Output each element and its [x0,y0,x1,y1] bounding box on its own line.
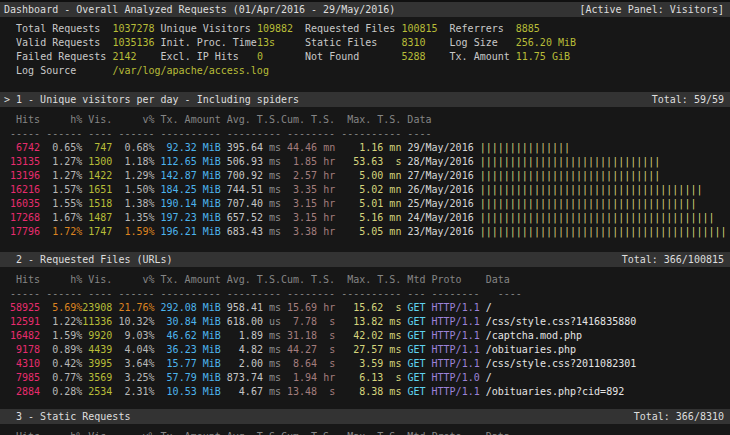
cell-max-ts: 5.00 mn [335,170,401,181]
cell-visitors: 1518 [82,198,112,209]
cell-hits: 9178 [4,344,40,355]
summary-value: 8885 [516,23,540,34]
cell-hits: 4310 [4,358,40,369]
indent [4,51,16,62]
cell-visitors-pct: 2.31% [112,386,154,397]
cell-hits: 6742 [4,142,40,153]
column-headers: Hits h% Vis. v% Tx. Amount Avg. T.S.Cum.… [4,114,431,125]
cell-visitors-pct: 21.76% [112,302,154,313]
table-row[interactable]: 4310 0.42% 3995 3.64% 15.77 MiB 2.00 ms … [4,357,730,371]
table-row[interactable]: 9178 0.89% 4439 4.04% 36.23 MiB 4.82 ms … [4,343,730,357]
column-header-row: Hits h% Vis. v% Tx. Amount Avg. T.S.Cum.… [4,273,730,287]
table-row[interactable]: 7985 0.77% 3569 3.25% 57.79 MiB 873.74 m… [4,371,730,385]
summary-label: Referrers [450,23,516,34]
table-row[interactable]: 17268 1.67% 1487 1.35% 197.23 MiB 657.52… [4,211,730,225]
summary-value: 1037278 [112,23,160,34]
cell-avg-ts-unit: ms [263,142,281,153]
cell-avg-ts: 744.51 [221,184,263,195]
cell-hits-pct: 1.72% [40,226,82,237]
cell-avg-ts-unit: ms [263,344,281,355]
cell-cum-ts: 15.69 hr [281,302,335,313]
cell-visitors: 3569 [82,372,112,383]
separator-row: ----- ------ ---- ------ ---------- ----… [4,127,730,141]
cell-avg-ts: 2.00 [221,358,263,369]
cell-avg-ts-unit: ms [263,156,281,167]
table-row[interactable]: 16482 1.59% 9920 9.03% 46.62 MiB 1.89 ms… [4,329,730,343]
cell-visitors: 1487 [82,212,112,223]
table-row[interactable]: 17796 1.72% 1747 1.59% 196.21 MiB 683.43… [4,225,730,239]
panel-title[interactable]: 2 - Requested Files (URLs) [4,252,173,267]
table-row[interactable]: 2884 0.28% 2534 2.31% 10.53 MiB 4.67 ms … [4,385,730,399]
cell-protocol: HTTP/1.1 [426,302,480,313]
table-row[interactable]: 6742 0.65% 747 0.68% 92.32 MiB 395.64 ms… [4,141,730,155]
cell-hits-pct: 1.67% [40,212,82,223]
cell-visitors-pct: 10.32% [112,316,154,327]
summary-value: 0 [257,51,305,62]
cell-avg-ts-unit: ms [263,302,281,313]
cell-max-ts: 6.13 s [335,372,401,383]
cell-protocol: HTTP/1.1 [426,386,480,397]
summary-label: Not Found [305,51,401,62]
table-row[interactable]: 58925 5.69%23908 21.76% 292.08 MiB 958.4… [4,301,730,315]
cell-hits-pct: 0.28% [40,386,82,397]
cell-hits: 13135 [4,156,40,167]
summary-label: Failed Requests [16,51,112,62]
cell-cum-ts: 2.57 hr [281,170,335,181]
cell-avg-ts: 700.92 [221,170,263,181]
cell-tx-amount: 15.77 MiB [155,358,221,369]
cell-hits-pct: 1.55% [40,198,82,209]
cell-tx-amount: 184.25 MiB [155,184,221,195]
panel-table-1: Hits h% Vis. v% Tx. Amount Avg. T.S.Cum.… [0,107,730,239]
cell-cum-ts: 1.85 hr [281,156,335,167]
cell-hits: 7985 [4,372,40,383]
cell-date: 27/May/2016 [401,170,473,181]
panel-table-3: Hits h% Vis. v% Tx. Amount Avg. T.S.Cum.… [0,424,730,435]
cell-method: GET [401,358,425,369]
cell-tx-amount: 57.79 MiB [155,372,221,383]
cell-cum-ts: 3.15 hr [281,198,335,209]
cell-tx-amount: 292.08 MiB [155,302,221,313]
cell-avg-ts-unit: ms [263,212,281,223]
cell-hits-pct: 0.77% [40,372,82,383]
cell-method: GET [401,316,425,327]
table-row[interactable]: 16216 1.57% 1651 1.50% 184.25 MiB 744.51… [4,183,730,197]
summary-label: Valid Requests [16,37,112,48]
cell-visitors: 4439 [82,344,112,355]
cell-max-ts: 1.16 mn [335,142,401,153]
table-row[interactable]: 13196 1.27% 1422 1.29% 142.87 MiB 700.92… [4,169,730,183]
table-row[interactable]: 13135 1.27% 1300 1.18% 112.65 MiB 506.93… [4,155,730,169]
table-row[interactable]: 16035 1.55% 1518 1.38% 190.14 MiB 707.40… [4,197,730,211]
cell-url: / [480,372,492,383]
cell-url: /obituaries.php [480,344,576,355]
panels-container: > 1 - Unique visitors per day - Includin… [0,92,730,435]
cell-hits: 17796 [4,226,40,237]
cell-date: 25/May/2016 [401,198,473,209]
panel-table-2: Hits h% Vis. v% Tx. Amount Avg. T.S.Cum.… [0,267,730,399]
cell-max-ts: 5.02 mn [335,184,401,195]
panel-title[interactable]: 3 - Static Requests [4,409,130,424]
summary-row: Log Source /var/log/apache/access.log [4,64,730,78]
panel-title[interactable]: > 1 - Unique visitors per day - Includin… [4,92,299,107]
cell-date: 29/May/2016 [401,142,473,153]
cell-visitors: 23908 [82,302,112,313]
cell-avg-ts: 4.67 [221,386,263,397]
summary-label: Static Files [305,37,401,48]
table-row[interactable]: 12591 1.22%11336 10.32% 30.84 MiB 618.00… [4,315,730,329]
cell-bar-chart: ||||||||||||||||||||||||||||||||||||||| [474,212,715,223]
cell-bar-chart: ||||||||||||||| [474,142,570,153]
summary-label: Total Requests [16,23,112,34]
cell-protocol: HTTP/1.1 [426,358,480,369]
cell-avg-ts: 657.52 [221,212,263,223]
cell-tx-amount: 36.23 MiB [155,344,221,355]
summary-label: Excl. IP Hits [161,51,257,62]
cell-cum-ts: 31.18 s [281,330,335,341]
cell-avg-ts-unit: ms [263,372,281,383]
cell-hits-pct: 1.27% [40,170,82,181]
summary-value: 2142 [112,51,160,62]
dashboard-title: Dashboard - Overall Analyzed Requests (0… [4,2,395,17]
cell-cum-ts: 3.38 hr [281,226,335,237]
cell-date: 23/May/2016 [401,226,473,237]
cell-hits: 13196 [4,170,40,181]
summary-label: Requested Files [305,23,401,34]
cell-max-ts: 8.38 ms [335,386,401,397]
